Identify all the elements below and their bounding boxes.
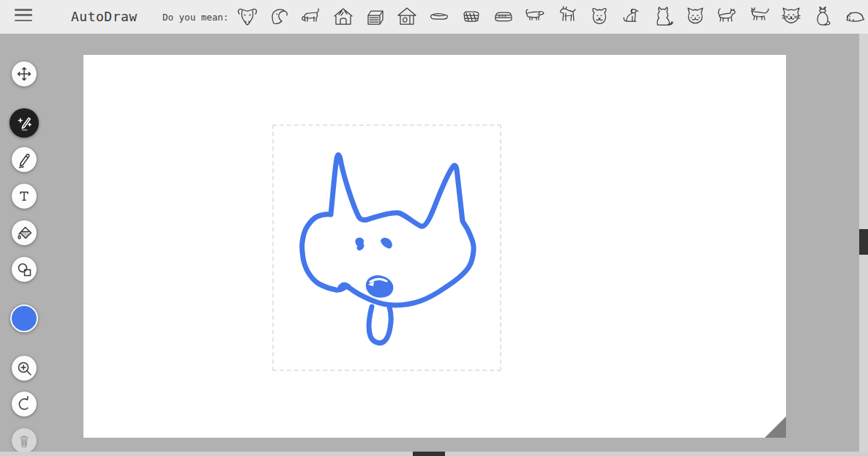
canvas-resize-handle[interactable]	[765, 416, 786, 438]
suggestion-doghouse[interactable]	[332, 6, 354, 28]
bull-icon	[300, 6, 322, 28]
color-tool-button[interactable]	[10, 304, 38, 332]
garage-icon	[364, 6, 386, 28]
suggestion-dog-standing[interactable]	[556, 6, 578, 28]
groundhog-icon	[844, 6, 866, 28]
select-tool-button[interactable]	[12, 61, 37, 86]
suggestion-kennel[interactable]	[396, 6, 418, 28]
bread-loaf-icon	[428, 6, 450, 28]
cat-face-whiskers-icon	[780, 6, 802, 28]
autodraw-tool-button[interactable]	[10, 108, 39, 138]
sketch-eye-right	[381, 239, 392, 248]
cat-sketch	[83, 55, 786, 438]
sketch-tongue	[369, 307, 391, 343]
french-bulldog-face-icon	[588, 6, 610, 28]
suggestion-bar	[236, 3, 866, 31]
basket-icon	[460, 6, 482, 28]
page-title: AutoDraw	[71, 0, 138, 34]
black-cat-icon	[652, 6, 674, 28]
doghouse-icon	[332, 6, 354, 28]
bull-skull-icon	[236, 6, 258, 28]
move-icon	[15, 65, 33, 83]
cat-walking-icon	[716, 6, 738, 28]
suggestion-cat-face-whiskers[interactable]	[780, 6, 802, 28]
delete-tool-button[interactable]	[12, 428, 37, 453]
magnifier-plus-icon	[15, 359, 33, 377]
cat-face-icon	[684, 6, 706, 28]
suggestion-garage[interactable]	[364, 6, 386, 28]
suggestion-bread[interactable]	[428, 6, 450, 28]
suggestion-black-cat[interactable]	[652, 6, 674, 28]
suggestion-hot-dog[interactable]	[493, 6, 515, 28]
menu-button[interactable]	[15, 7, 34, 26]
horizontal-scrollbar-thumb[interactable]	[413, 452, 445, 456]
magic-pencil-icon	[15, 114, 33, 132]
suggestion-prompt: Do you mean:	[162, 0, 228, 34]
sketch-eye-left	[356, 239, 363, 250]
suggestion-basket[interactable]	[460, 6, 482, 28]
pencil-icon	[15, 151, 33, 168]
kennel-round-door-icon	[396, 6, 418, 28]
suggestion-bull-skull[interactable]	[236, 6, 258, 28]
suggestion-puppy-sitting[interactable]	[620, 6, 642, 28]
suggestion-cat-sitting-back[interactable]	[812, 6, 834, 28]
vertical-scrollbar-thumb[interactable]	[859, 229, 868, 255]
bull-head-icon	[269, 6, 291, 28]
suggestion-bull-head[interactable]	[269, 6, 291, 28]
hot-dog-icon	[493, 6, 515, 28]
shapes-icon	[15, 261, 33, 278]
trash-icon	[15, 432, 33, 449]
hamburger-icon	[15, 9, 32, 11]
drawing-canvas[interactable]	[83, 55, 786, 438]
paint-bucket-icon	[15, 224, 33, 242]
dog-standing-icon	[556, 6, 578, 28]
suggestion-french-bulldog[interactable]	[588, 6, 610, 28]
suggestion-bull[interactable]	[300, 6, 322, 28]
draw-tool-button[interactable]	[12, 147, 37, 172]
horizontal-scrollbar-track[interactable]	[0, 452, 868, 456]
cat-sitting-back-icon	[812, 6, 834, 28]
suggestion-groundhog[interactable]	[844, 6, 866, 28]
topbar: AutoDraw Do you mean:	[0, 0, 868, 34]
suggestion-dachshund[interactable]	[524, 6, 546, 28]
text-icon	[15, 187, 33, 205]
undo-arrow-icon	[15, 395, 33, 413]
suggestion-cat-face[interactable]	[684, 6, 706, 28]
cat-prowling-icon	[748, 6, 770, 28]
suggestion-cat-prowling[interactable]	[748, 6, 770, 28]
type-tool-button[interactable]	[12, 184, 37, 209]
dachshund-icon	[524, 6, 546, 28]
shape-tool-button[interactable]	[12, 257, 37, 282]
suggestion-cat-walking[interactable]	[716, 6, 738, 28]
puppy-sitting-icon	[620, 6, 642, 28]
fill-tool-button[interactable]	[12, 220, 37, 245]
undo-tool-button[interactable]	[12, 392, 37, 416]
vertical-scrollbar-track[interactable]	[859, 34, 868, 452]
zoom-tool-button[interactable]	[12, 356, 37, 381]
